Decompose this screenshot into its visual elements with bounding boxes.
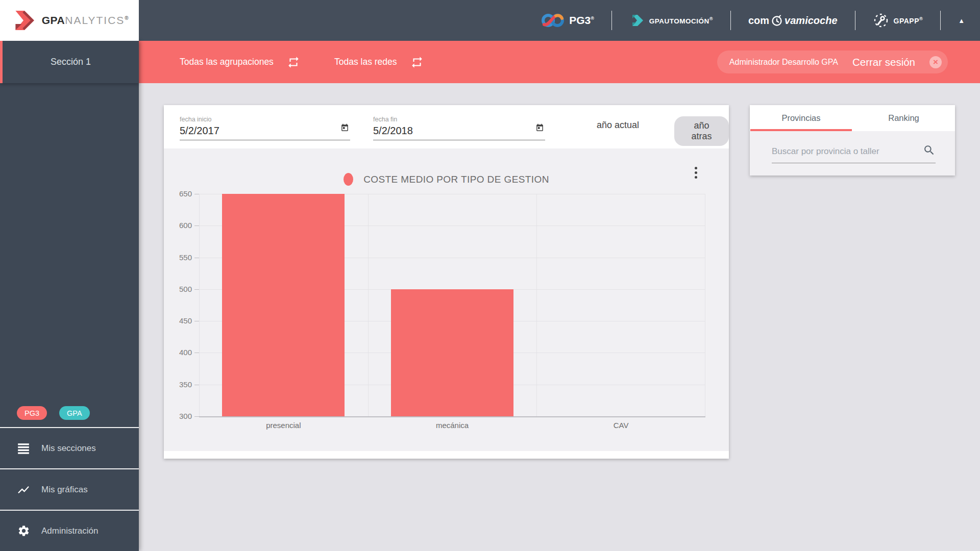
- gpautomocion-label: GPAUTOMOCIÓN: [649, 17, 709, 24]
- brand-separator: [611, 11, 612, 30]
- sidebar-item-label: Mis gráficas: [41, 485, 88, 495]
- badge-pg3[interactable]: PG3: [17, 406, 47, 420]
- y-tick-label: 350: [161, 380, 192, 389]
- provinces-panel: ProvinciasRanking: [750, 105, 955, 176]
- search-icon[interactable]: [923, 144, 936, 159]
- y-axis-tick: [194, 385, 199, 385]
- brand-separator: [730, 11, 731, 30]
- pg3-reg: ®: [591, 16, 594, 21]
- x-axis-line: [199, 416, 705, 417]
- vertical-gridline: [368, 194, 369, 416]
- collapse-header-button[interactable]: ▲: [958, 17, 965, 24]
- current-year-button[interactable]: año actual: [597, 120, 639, 131]
- gpautomocion-logo: GPAUTOMOCIÓN®: [629, 13, 713, 28]
- x-tick-label: mecánica: [396, 421, 508, 430]
- gpautomocion-reg: ®: [709, 16, 713, 21]
- end-date-input[interactable]: [373, 123, 545, 140]
- section-label: Sección 1: [51, 57, 91, 67]
- close-session-icon[interactable]: ×: [929, 56, 942, 68]
- sidebar-menu: Mis seccionesMis gráficasAdministración: [0, 427, 139, 551]
- sidebar-item-mis-gráficas[interactable]: Mis gráficas: [0, 468, 139, 510]
- gpapp-wrench-icon: [873, 12, 889, 29]
- groupings-filter[interactable]: Todas las agrupaciones: [180, 41, 300, 83]
- menu-icon: [17, 442, 30, 455]
- legend-swatch: [344, 173, 353, 186]
- pg3-logo: PG3®: [541, 11, 594, 30]
- sidebar-badges: PG3GPA: [17, 406, 90, 420]
- logo-reg: ®: [125, 15, 129, 21]
- y-axis-tick: [194, 289, 199, 290]
- start-date-input[interactable]: [180, 123, 350, 140]
- y-tick-label: 300: [161, 412, 192, 420]
- sidebar-item-mis-secciones[interactable]: Mis secciones: [0, 427, 139, 468]
- chart-legend: COSTE MEDIO POR TIPO DE GESTION: [164, 173, 729, 186]
- repeat-icon[interactable]: [287, 56, 300, 69]
- bar-mecánica[interactable]: [391, 289, 513, 416]
- brand-separator: [855, 11, 855, 30]
- gear-icon: [17, 524, 30, 538]
- user-session-pill: Administrador Desarrollo GPA Cerrar sesi…: [717, 51, 948, 73]
- search-field: [772, 141, 936, 163]
- comvamicoche-part1: com: [748, 15, 769, 27]
- start-date-label: fecha inicio: [180, 116, 350, 123]
- y-tick-label: 550: [161, 253, 192, 262]
- chart-title: COSTE MEDIO POR TIPO DE GESTION: [363, 174, 549, 185]
- filter-bar: Todas las agrupaciones Todas las redes A…: [139, 41, 980, 83]
- logo-text-bold: GPA: [42, 14, 65, 26]
- comvamicoche-logo: com vamicoche: [748, 14, 838, 27]
- triangle-up-icon: ▲: [958, 17, 965, 24]
- user-name: Administrador Desarrollo GPA: [729, 58, 838, 67]
- calendar-icon[interactable]: [340, 123, 349, 135]
- comvamicoche-part2: vamicoche: [785, 15, 837, 27]
- networks-label[interactable]: Todas las redes: [334, 57, 397, 67]
- repeat-icon[interactable]: [410, 56, 424, 69]
- panel-body: [750, 131, 955, 176]
- badge-gpa[interactable]: GPA: [59, 406, 90, 420]
- gpapp-label: GPAPP: [894, 16, 919, 24]
- y-axis-tick: [194, 194, 199, 194]
- gpanalytics-logo: GPANALYTICS®: [0, 0, 139, 41]
- gpautomocion-arrow-icon: [629, 13, 645, 28]
- x-tick-label: presencial: [227, 421, 339, 430]
- bar-chart-plot: 650600550500450400350300presencialmecáni…: [199, 194, 705, 416]
- gpanalytics-arrow-icon: [10, 10, 37, 31]
- y-axis-tick: [194, 226, 199, 226]
- y-axis-tick: [194, 258, 199, 258]
- tab-provincias[interactable]: Provincias: [750, 105, 852, 131]
- groupings-label[interactable]: Todas las agrupaciones: [180, 57, 274, 67]
- calendar-icon[interactable]: [535, 123, 544, 135]
- chart-area: COSTE MEDIO POR TIPO DE GESTION 65060055…: [164, 148, 729, 451]
- y-axis-tick: [194, 416, 199, 417]
- line-chart-icon: [17, 483, 30, 496]
- pg3-label: PG3: [569, 14, 591, 26]
- bar-presencial[interactable]: [222, 194, 345, 416]
- previous-year-button[interactable]: año atras: [674, 116, 729, 146]
- chart-card: fecha inicio fecha fin año actual año at…: [164, 105, 729, 459]
- sidebar-item-label: Administración: [41, 526, 99, 536]
- search-input[interactable]: [772, 141, 915, 163]
- sidebar: Sección 1 PG3GPA Mis seccionesMis gráfic…: [0, 41, 139, 551]
- panel-tabs: ProvinciasRanking: [750, 105, 955, 131]
- top-header: PG3® GPAUTOMOCIÓN® com vamicoche: [0, 0, 980, 41]
- vertical-gridline: [536, 194, 537, 416]
- y-tick-label: 600: [161, 221, 192, 230]
- gpapp-logo: GPAPP®: [873, 12, 923, 29]
- y-tick-label: 650: [161, 189, 192, 198]
- networks-filter[interactable]: Todas las redes: [334, 41, 424, 83]
- y-axis-tick: [194, 321, 199, 321]
- sidebar-item-administración[interactable]: Administración: [0, 510, 139, 551]
- y-axis-tick: [194, 353, 199, 353]
- y-tick-label: 500: [161, 285, 192, 293]
- sidebar-item-seccion-1[interactable]: Sección 1: [0, 41, 139, 83]
- vertical-gridline: [705, 194, 705, 416]
- logout-button[interactable]: Cerrar sesión: [852, 56, 915, 68]
- gpapp-reg: ®: [919, 16, 923, 21]
- tab-ranking[interactable]: Ranking: [852, 105, 955, 131]
- y-tick-label: 400: [161, 348, 192, 357]
- end-date-group: fecha fin: [373, 116, 545, 140]
- pg3-infinity-icon: [541, 11, 565, 30]
- kebab-menu-icon[interactable]: [695, 167, 697, 179]
- logo-text-light: NALYTICS: [65, 14, 125, 26]
- end-date-label: fecha fin: [373, 116, 545, 123]
- brand-strip: PG3® GPAUTOMOCIÓN® com vamicoche: [541, 0, 965, 41]
